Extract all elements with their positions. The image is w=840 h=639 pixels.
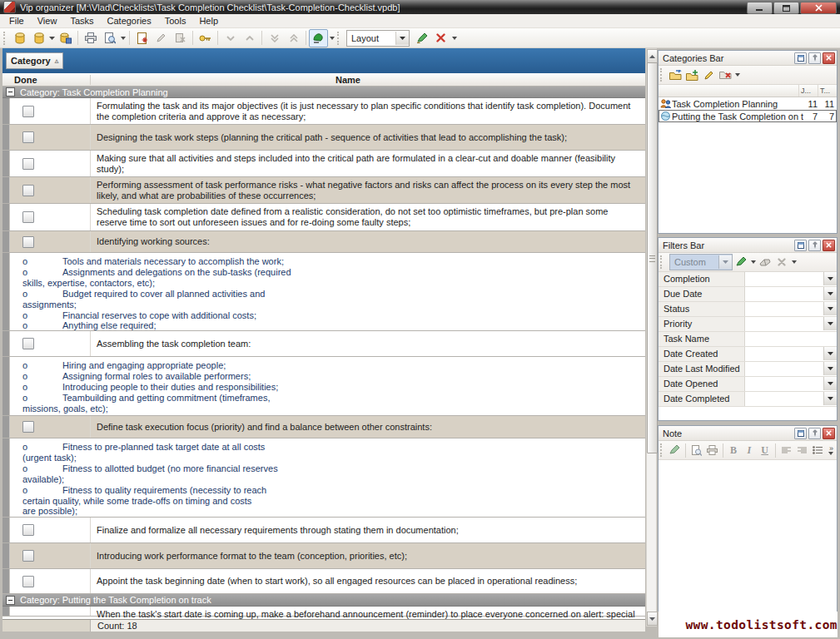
group-by-category-button[interactable]: Category ▵: [6, 52, 63, 69]
dropdown-icon[interactable]: [823, 347, 837, 360]
dropdown-icon[interactable]: [823, 287, 837, 300]
print-dropdown-icon[interactable]: [119, 31, 127, 46]
open-database-dropdown-icon[interactable]: [48, 31, 56, 46]
collapse-icon[interactable]: [6, 87, 15, 97]
edit-category-icon[interactable]: [700, 67, 717, 83]
note-overflow-icon[interactable]: »: [826, 445, 837, 455]
table-row[interactable]: Performing assessment of task performanc…: [2, 177, 645, 204]
panel-close-button[interactable]: [823, 52, 835, 64]
bold-icon[interactable]: B: [725, 443, 741, 458]
table-row-bullets[interactable]: oFitness to pre-planned task target date…: [2, 438, 645, 518]
save-database-icon[interactable]: [56, 29, 75, 47]
align-right-icon[interactable]: [794, 443, 810, 458]
task-checkbox[interactable]: [22, 211, 34, 223]
filter-preset-dropdown-icon[interactable]: [718, 255, 732, 269]
table-row-bullets[interactable]: oHiring and engaging appropriate people;…: [2, 357, 645, 416]
move-down-icon[interactable]: [221, 29, 240, 47]
apply-filter-icon[interactable]: [733, 255, 749, 270]
move-to-top-icon[interactable]: [284, 29, 303, 47]
categories-overflow-icon[interactable]: [733, 67, 741, 82]
clear-filter-icon[interactable]: [757, 255, 773, 270]
table-row[interactable]: Appoint the task beginning date (when to…: [2, 569, 645, 594]
new-database-icon[interactable]: [10, 29, 29, 47]
menu-categories[interactable]: Categories: [101, 15, 158, 27]
task-checkbox[interactable]: [22, 106, 34, 117]
italic-icon[interactable]: I: [741, 443, 757, 458]
new-category-icon[interactable]: [667, 67, 683, 83]
layout-combobox[interactable]: Layout: [346, 30, 410, 47]
toolbar-grip[interactable]: [3, 32, 7, 45]
task-checkbox[interactable]: [22, 524, 34, 536]
table-row[interactable]: Making sure that all activities and step…: [2, 151, 645, 177]
delete-category-icon[interactable]: [717, 67, 733, 83]
toolbar-grip[interactable]: [660, 68, 664, 82]
move-up-icon[interactable]: [240, 29, 259, 47]
align-left-icon[interactable]: [778, 443, 794, 458]
dropdown-icon[interactable]: [823, 272, 837, 285]
table-row[interactable]: Designing the task work steps (planning …: [2, 125, 645, 151]
collapse-icon[interactable]: [6, 596, 15, 605]
menu-help[interactable]: Help: [192, 15, 225, 27]
filter-value-due-date[interactable]: [745, 287, 837, 301]
underline-icon[interactable]: U: [757, 443, 773, 458]
task-checkbox[interactable]: [22, 185, 34, 196]
toolbar-grip[interactable]: [660, 443, 664, 457]
bullet-list-icon[interactable]: [810, 443, 826, 458]
menu-file[interactable]: File: [2, 15, 31, 27]
highlight-lamp-icon[interactable]: [309, 29, 328, 47]
edit-task-icon[interactable]: [152, 29, 171, 47]
menu-tools[interactable]: Tools: [158, 15, 193, 27]
filter-value-date-last-modified[interactable]: [745, 362, 837, 376]
filter-value-completion[interactable]: [745, 272, 837, 286]
column-header-done[interactable]: Done: [14, 75, 37, 85]
open-database-icon[interactable]: [29, 29, 48, 47]
categories-column-1[interactable]: J...: [798, 85, 818, 97]
move-to-bottom-icon[interactable]: [265, 29, 284, 47]
dropdown-icon[interactable]: [823, 377, 837, 390]
delete-filter-icon[interactable]: [773, 255, 790, 270]
filter-value-date-completed[interactable]: [745, 392, 837, 406]
table-row[interactable]: Finalize and formalize all necessary req…: [2, 518, 645, 543]
panel-restore-button[interactable]: [794, 428, 807, 439]
toolbar-overflow-icon[interactable]: [450, 31, 458, 46]
table-row[interactable]: When the task's start date is coming up,…: [2, 607, 645, 617]
toolbar-grip[interactable]: [337, 32, 340, 45]
menu-view[interactable]: View: [31, 15, 64, 27]
minimize-button[interactable]: [747, 2, 773, 14]
panel-pin-button[interactable]: [808, 52, 821, 64]
close-button[interactable]: [800, 2, 837, 14]
maximize-button[interactable]: [773, 2, 799, 14]
apply-layout-icon[interactable]: [412, 29, 431, 47]
new-subcategory-icon[interactable]: [683, 67, 700, 83]
apply-filter-dropdown-icon[interactable]: [749, 255, 757, 270]
new-task-icon[interactable]: [132, 29, 152, 47]
group-row[interactable]: Category: Putting the Task Completion on…: [2, 594, 645, 607]
task-checkbox[interactable]: [22, 158, 34, 170]
panel-restore-button[interactable]: [794, 52, 807, 64]
delete-layout-icon[interactable]: [431, 29, 450, 47]
panel-close-button[interactable]: [823, 428, 835, 439]
title-bar[interactable]: Vip organizer [M:\Vlad\Checklists\Task C…: [0, 0, 840, 14]
menu-tasks[interactable]: Tasks: [63, 15, 100, 27]
panel-close-button[interactable]: [823, 240, 835, 251]
print-note-icon[interactable]: [704, 443, 720, 458]
filter-value-task-name[interactable]: [745, 332, 837, 346]
panel-pin-button[interactable]: [808, 428, 821, 439]
categories-column-2[interactable]: T...: [818, 85, 837, 97]
table-row[interactable]: Identifying working sources:: [2, 231, 645, 253]
dropdown-icon[interactable]: [823, 317, 837, 330]
dropdown-icon[interactable]: [823, 392, 837, 405]
dropdown-icon[interactable]: [823, 302, 837, 315]
lamp-dropdown-icon[interactable]: [328, 31, 336, 46]
dropdown-icon[interactable]: [823, 362, 837, 375]
task-checkbox[interactable]: [22, 576, 34, 587]
task-checkbox[interactable]: [22, 131, 34, 143]
table-row[interactable]: Assembling the task completion team:: [2, 331, 645, 357]
preview-note-icon[interactable]: [688, 443, 704, 458]
filter-value-date-opened[interactable]: [745, 377, 837, 391]
filter-value-date-created[interactable]: [745, 347, 837, 361]
print-preview-icon[interactable]: [100, 29, 119, 47]
scroll-up-icon[interactable]: [647, 49, 658, 63]
filters-overflow-icon[interactable]: [790, 255, 798, 270]
filter-preset-combobox[interactable]: Custom: [669, 254, 733, 270]
